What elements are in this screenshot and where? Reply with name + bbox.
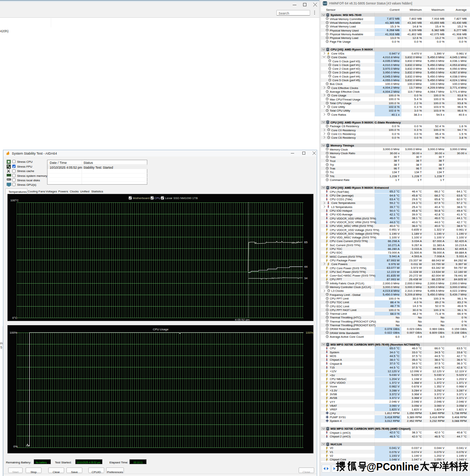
- svg-text:@PConline: @PConline: [367, 461, 419, 473]
